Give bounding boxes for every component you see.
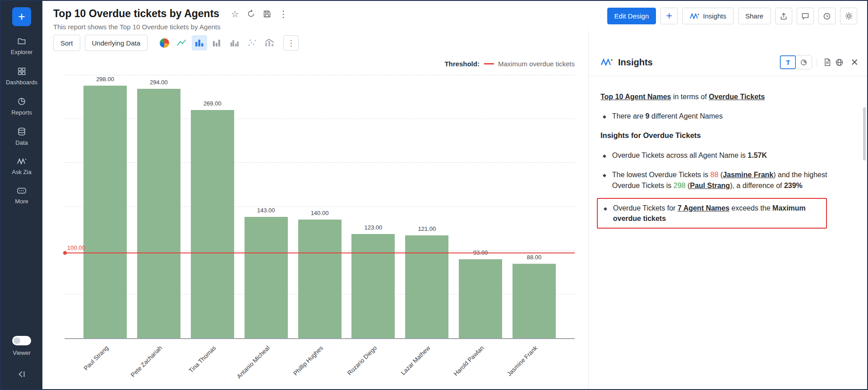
insight-bullet: ◆ Overdue Tickets for 7 Agent Names exce… [601, 203, 821, 224]
sidebar-item-explorer[interactable]: Explorer [1, 31, 42, 61]
insights-button[interactable]: Insights [682, 8, 734, 24]
folder-icon [17, 37, 26, 46]
main-area: Top 10 Overdue tickets by Agents ☆ ⋮ Thi… [42, 1, 867, 389]
comment-icon [801, 12, 809, 20]
collapse-sidebar-button[interactable] [17, 370, 27, 380]
x-axis-label-slot: Paul Strang [83, 338, 127, 390]
x-axis-label: Lazar Mathew [400, 344, 432, 376]
sidebar-item-ask-zia[interactable]: Ask Zia [1, 151, 42, 181]
bar-chart-type-icon[interactable] [192, 35, 207, 50]
x-axis-label: Tina Thomas [188, 344, 217, 374]
bullet-text: Overdue Tickets for [613, 204, 678, 212]
clock-icon [823, 12, 831, 20]
zia-icon [689, 13, 699, 20]
agent-names-exceed-link[interactable]: 7 Agent Names [678, 204, 729, 212]
export-button[interactable] [775, 8, 792, 24]
threshold-line [65, 252, 575, 253]
bar-slot: 88.00 [512, 75, 556, 338]
comments-button[interactable] [797, 8, 814, 24]
bar-pete-zachariah[interactable] [137, 89, 180, 338]
overdue-tickets-link[interactable]: Overdue Tickets [709, 93, 765, 101]
bar-rozario-diego[interactable] [351, 234, 395, 338]
sidebar-item-label: More [15, 198, 28, 205]
insight-bullet: ◆ Overdue Tickets across all Agent Name … [600, 150, 854, 161]
scheduled-alerts-button[interactable] [818, 8, 836, 24]
threshold-legend-label: Threshold: [444, 60, 480, 68]
lowest-value: 88 [711, 171, 719, 179]
paul-strang-link[interactable]: Paul Strang [690, 182, 730, 189]
insight-bullet: ◆ There are 9 different Agent Names [600, 111, 854, 121]
text-view-toggle[interactable]: T [780, 55, 796, 69]
bar-slot: 294.00 [137, 75, 180, 338]
grouped-bar-chart-type-icon[interactable] [227, 35, 242, 50]
x-axis-label: Antanio Micheal [235, 344, 271, 380]
export-summary-button[interactable] [822, 56, 833, 68]
zia-logo-icon [600, 58, 613, 67]
settings-button[interactable] [840, 8, 857, 24]
line-chart-type-icon[interactable] [174, 35, 189, 50]
insights-intro: Top 10 Agent Names in terms of Overdue T… [600, 92, 854, 102]
insights-view-toggle: T [780, 55, 812, 69]
bar-lazar-mathew[interactable] [405, 235, 448, 338]
zia-icon [17, 157, 27, 165]
underlying-data-button[interactable]: Underlying Data [85, 35, 148, 51]
scrollbar-thumb[interactable] [863, 107, 866, 161]
viewer-label: Viewer [13, 349, 31, 356]
sidebar-item-more[interactable]: More [1, 181, 42, 210]
page-title: Top 10 Overdue tickets by Agents [53, 8, 219, 20]
bar-tina-thomas[interactable] [191, 110, 234, 338]
sidebar-item-reports[interactable]: Reports [1, 91, 42, 121]
bar-slot: 93.00 [459, 75, 502, 338]
bar-value-label: 88.00 [506, 254, 563, 261]
favorite-star-icon[interactable]: ☆ [231, 9, 239, 18]
page-subtitle: This report shows the Top 10 Overdue tic… [53, 23, 288, 31]
export-icon [780, 12, 788, 20]
bar-value-label: 123.00 [345, 224, 402, 231]
pie-chart-icon [800, 59, 808, 66]
refresh-icon[interactable] [247, 9, 255, 18]
viewer-mode-toggle[interactable] [12, 336, 31, 345]
collapse-icon [17, 370, 27, 379]
share-button[interactable]: Share [738, 8, 771, 24]
more-chart-types-icon[interactable]: ⋮ [283, 35, 299, 50]
insights-panel: Insights T × [588, 31, 867, 389]
bar-paul-strang[interactable] [83, 86, 127, 338]
combo-chart-type-icon[interactable] [262, 35, 277, 50]
bullet-text: Overdue Tickets across all Agent Name is [612, 151, 748, 159]
insights-header: Insights T × [589, 31, 867, 76]
sort-button[interactable]: Sort [53, 35, 80, 51]
x-axis-label-slot: Harold Pawlan [459, 338, 502, 390]
x-axis-label-slot: Phillip Hughes [298, 338, 342, 390]
add-report-button[interactable]: + [660, 8, 678, 24]
bar-value-label: 298.00 [77, 76, 134, 83]
chart-view-toggle[interactable] [796, 55, 812, 69]
globe-icon [835, 58, 844, 67]
language-button[interactable] [833, 56, 845, 69]
bar-antanio-micheal[interactable] [245, 217, 288, 338]
sidebar-item-label: Data [15, 139, 28, 146]
bar-jasmine-frank[interactable] [512, 264, 556, 338]
scatter-chart-type-icon[interactable] [245, 35, 260, 50]
bar-value-label: 121.00 [399, 225, 455, 232]
insights-title: Insights [618, 57, 780, 68]
pie-chart-swatch [160, 38, 169, 48]
diamond-bullet-icon: ◆ [604, 206, 607, 224]
more-options-icon[interactable]: ⋮ [279, 9, 288, 18]
sidebar-item-dashboards[interactable]: Dashboards [1, 61, 42, 91]
create-new-button[interactable]: + [12, 7, 31, 26]
divider [817, 58, 817, 67]
x-axis-label: Paul Strang [83, 344, 110, 372]
bar-phillip-hughes[interactable] [298, 220, 342, 338]
pie-chart-type-icon[interactable] [157, 35, 172, 50]
jasmine-frank-link[interactable]: Jasmine Frank [723, 171, 773, 179]
close-icon[interactable]: × [851, 56, 858, 69]
save-icon[interactable] [263, 10, 271, 18]
bar-harold-pawlan[interactable] [459, 259, 502, 338]
intro-text: in terms of [671, 93, 709, 101]
difference-value: 239% [784, 182, 803, 189]
document-icon [823, 58, 831, 66]
edit-design-button[interactable]: Edit Design [607, 8, 656, 24]
sidebar-item-data[interactable]: Data [1, 121, 42, 151]
stacked-bar-chart-type-icon[interactable] [209, 35, 225, 50]
agent-names-link[interactable]: Top 10 Agent Names [600, 93, 671, 101]
